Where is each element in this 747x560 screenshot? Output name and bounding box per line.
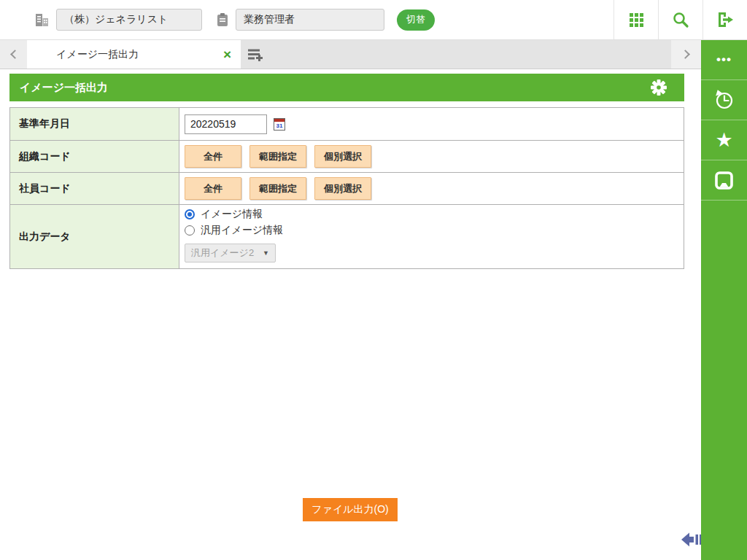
company-building-icon [34,12,50,28]
calendar-icon[interactable]: 31 [274,118,285,131]
employee-range-button[interactable]: 範囲指定 [249,177,306,200]
tab-scroll-left-button[interactable] [0,40,27,69]
right-sidebar: ••• ★ [701,40,747,560]
tray-icon [713,169,735,192]
memo-tray-button[interactable] [701,160,747,201]
collapse-panel-icon[interactable] [681,531,703,551]
org-all-button[interactable]: 全件 [185,145,241,168]
new-tab-icon [247,47,265,62]
tab-scroll-right-zone [671,40,701,69]
page-title-bar: イメージ一括出力 [9,74,684,101]
role-clipboard-icon [216,12,229,28]
form-row-org-code: 組織コード 全件 範囲指定 個別選択 [10,141,684,173]
row-label: 出力データ [10,205,179,268]
radio-generic-image-info[interactable]: 汎用イメージ情報 [185,222,283,238]
form-row-output-data: 出力データ イメージ情報 汎用イメージ情報 汎用イメージ2 ▼ [10,205,684,269]
topbar-actions [614,0,747,39]
form-row-base-date: 基準年月日 31 [10,108,684,141]
tab-scroll-right-button[interactable] [682,49,691,60]
logout-icon [716,11,735,28]
star-icon: ★ [715,131,732,150]
chevron-down-icon: ▼ [263,249,269,257]
chevron-left-icon [10,50,20,59]
tab-image-batch-export[interactable]: イメージ一括出力 × [27,40,241,69]
logout-button[interactable] [703,0,747,39]
top-bar: 切替 [0,0,747,40]
tab-close-icon[interactable]: × [223,47,241,61]
employee-individual-button[interactable]: 個別選択 [314,177,371,200]
tab-label: イメージ一括出力 [27,48,223,61]
role-input[interactable] [236,9,384,31]
apps-grid-button[interactable] [614,0,658,39]
form-row-employee-code: 社員コード 全件 範囲指定 個別選択 [10,173,684,205]
more-menu-button[interactable]: ••• [701,40,747,80]
calendar-icon-number: 31 [274,122,285,130]
org-individual-button[interactable]: 個別選択 [314,145,371,168]
more-dots-icon: ••• [716,52,732,67]
history-button[interactable] [701,80,747,120]
chevron-right-icon [681,50,690,59]
row-label: 組織コード [10,141,179,172]
new-tab-button[interactable] [241,40,271,69]
settings-gear-icon[interactable] [651,79,667,96]
generic-image-select[interactable]: 汎用イメージ2 ▼ [185,244,276,262]
page-title: イメージ一括出力 [20,81,651,95]
row-label: 社員コード [10,173,179,204]
employee-all-button[interactable]: 全件 [185,177,241,200]
search-button[interactable] [658,0,703,39]
file-export-button[interactable]: ファイル出力(O) [303,498,398,521]
radio-label: イメージ情報 [201,208,263,221]
radio-image-info[interactable]: イメージ情報 [185,206,263,222]
select-value: 汎用イメージ2 [191,246,254,260]
switch-button[interactable]: 切替 [397,9,435,31]
tab-bar: イメージ一括出力 × [0,40,701,69]
form-table: 基準年月日 31 組織コード 全件 範囲指定 個別選択 社員コード 全件 範囲指… [9,107,684,269]
history-clock-icon [713,88,736,112]
search-icon [672,11,690,29]
row-label: 基準年月日 [10,108,179,140]
company-input[interactable] [56,9,202,31]
base-date-input[interactable] [185,114,267,134]
radio-label: 汎用イメージ情報 [201,224,283,237]
org-range-button[interactable]: 範囲指定 [249,145,306,168]
favorites-button[interactable]: ★ [701,120,747,160]
radio-unselected-icon[interactable] [185,225,195,236]
apps-grid-icon [630,13,643,27]
app-screen: 切替 [0,0,747,560]
radio-selected-icon[interactable] [185,209,195,219]
